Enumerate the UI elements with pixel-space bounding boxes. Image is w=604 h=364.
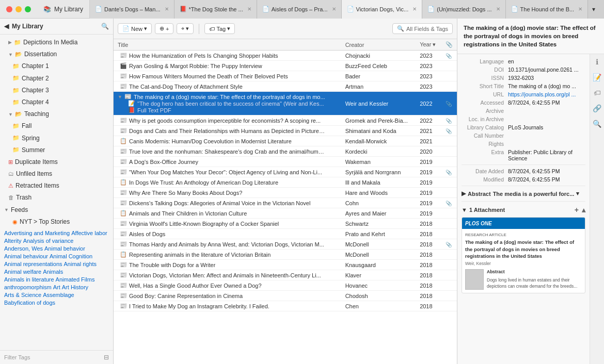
tag-tab-btn[interactable]: 🏷 (592, 87, 602, 98)
tab-close-victorian[interactable]: ✕ (412, 6, 417, 12)
year-cell: 2018 (416, 229, 441, 239)
tag-affective[interactable]: Affective labor (71, 230, 107, 236)
tab-close-hound[interactable]: ✕ (578, 6, 582, 12)
add-attachment-btn[interactable]: ⊕ + (155, 23, 173, 34)
tag-anderson[interactable]: Anderson, Wes (4, 245, 43, 252)
table-row[interactable]: 📰 Aisles of Dogs Prato and Kehrt2018 (114, 229, 457, 239)
table-row[interactable]: 📰 Well, Has a Single Good Author Ever Ow… (114, 280, 457, 291)
table-row[interactable]: 🎬 Ryan Gosling & Margot Robbie: The Pupp… (114, 61, 457, 71)
tag-art-history[interactable]: Art History (62, 284, 88, 290)
tabs-overflow-btn[interactable]: ▾ (588, 0, 599, 19)
table-row[interactable]: 📋 Canis Modernis: Human/Dog Coevolution … (114, 136, 457, 146)
locate-btn[interactable]: ⌖ ▾ (177, 23, 194, 34)
tab-hound[interactable]: 📄 The Hound of the B... ✕ (506, 0, 589, 19)
table-row[interactable]: 📰 The Cat-and-Dog Theory of Attachment S… (114, 81, 457, 92)
info-tab-btn[interactable]: ℹ (594, 56, 600, 68)
tag-babyfication[interactable]: Babyfication of dogs (4, 300, 55, 306)
table-row[interactable]: 📰 How the Humanization of Pets Is Changi… (114, 51, 457, 61)
abstract-header[interactable]: ▶ Abstract The media is a powerful forc.… (462, 190, 585, 197)
search-bar[interactable]: 🔍 All Fields & Tags (392, 23, 453, 34)
table-row[interactable]: 📰 I Tried to Make My Dog an Instagram Ce… (114, 301, 457, 311)
tag-arts-science[interactable]: Arts & Science (4, 292, 41, 298)
attachment-preview[interactable]: PLOS ONE RESEARCH ARTICLE The making of … (462, 217, 585, 293)
sidebar-item-retracted[interactable]: ⚠ Retracted Items (0, 180, 113, 192)
table-row[interactable]: 📰 Dogs and Cats and Their Relationships … (114, 126, 457, 136)
table-row[interactable]: 📰 Thomas Hardy and Animals by Anna West,… (114, 239, 457, 250)
tag-animal-behaviour[interactable]: Animal behaviour (4, 253, 48, 259)
sidebar-item-chapter2[interactable]: 📁 Chapter 2 (0, 73, 113, 85)
collapse-attachment-btn[interactable]: ▴ (582, 206, 585, 214)
tab-close-unmuzzled[interactable]: ✕ (496, 6, 500, 12)
sidebar-item-summer[interactable]: 📁 Summer (0, 144, 113, 156)
attach-cell (441, 81, 457, 92)
table-row[interactable]: 📋 Representing animals in the literature… (114, 250, 457, 260)
tag-animal-rights[interactable]: Animal rights (64, 261, 97, 267)
filter-icon[interactable]: ⊟ (104, 354, 109, 361)
tag-animals[interactable]: Animals (43, 269, 63, 275)
tag-btn[interactable]: 🏷 Tag ▾ (204, 23, 235, 34)
table-row[interactable]: 📋 In Dogs We Trust: An Anthology of Amer… (114, 177, 457, 188)
attach-cell: 📎 (441, 239, 457, 250)
tag-anthropo[interactable]: anthropomorphism (4, 284, 52, 290)
tag-animal-cognition[interactable]: Animal Cognition (50, 253, 92, 259)
table-row[interactable]: ▼ 📰 The making of a (dog) movie star: Th… (114, 92, 457, 115)
tab-close-aisles[interactable]: ✕ (332, 6, 336, 12)
table-row[interactable]: 📰 Good Boy: Canine Representation in Cin… (114, 291, 457, 301)
sidebar-item-chapter4[interactable]: 📁 Chapter 4 (0, 96, 113, 108)
sidebar-item-dissertation[interactable]: ▼ 📂 Dissertation (0, 48, 113, 60)
sidebar-item-spring[interactable]: 📁 Spring (0, 133, 113, 144)
info-url[interactable]: URL https://journals.plos.org/pl ... (457, 90, 590, 98)
add-attachment-btn[interactable]: + (575, 206, 579, 214)
tab-victorian[interactable]: 📄 Victorian Dogs, Vic... ✕ (342, 0, 423, 19)
tag-animated[interactable]: Animated Films (56, 276, 95, 283)
sidebar-item-nyt-top-stories[interactable]: ◉ NYT > Top Stories (0, 216, 113, 228)
close-button[interactable] (6, 6, 12, 12)
new-item-btn[interactable]: 📄 New ▾ (118, 23, 152, 34)
tag-advertising[interactable]: Advertising and Marketing (4, 230, 70, 236)
related-tab-btn[interactable]: 🔗 (591, 103, 603, 114)
table-row[interactable]: 📰 Why is pet goods consumption impercept… (114, 115, 457, 126)
tab-dog-stole[interactable]: 📕 *The Dog Stole the ... ✕ (174, 0, 257, 19)
table-row[interactable]: 📰 Why Are There So Many Books About Dogs… (114, 188, 457, 198)
sidebar-item-duplicate[interactable]: ⊞ Duplicate Items (0, 156, 113, 168)
tag-animals-in-lit[interactable]: Animals in literature (4, 276, 54, 283)
table-row[interactable]: 📰 How Famous Writers Mourned the Death o… (114, 71, 457, 81)
tag-alterity[interactable]: Alterity (4, 238, 22, 244)
filter-tags-input[interactable]: Filter Tags (4, 354, 104, 360)
tab-aisles[interactable]: 📄 Aisles of Dogs – Pra... ✕ (257, 0, 342, 19)
sidebar-item-chapter1[interactable]: 📁 Chapter 1 (0, 60, 113, 72)
table-row[interactable]: 📰 Dickens's Talking Dogs: Allegories of … (114, 198, 457, 208)
tag-animal-welfare[interactable]: Animal welfare (4, 269, 41, 275)
sidebar-item-unfiled[interactable]: 🗂 Unfiled Items (0, 168, 113, 180)
sidebar-item-teaching[interactable]: ▼ 📂 Teaching (0, 108, 113, 120)
table-row[interactable]: 📰 A Dog's Box-Office Journey Wakeman2019 (114, 157, 457, 167)
sidebar-item-trash[interactable]: 🗑 Trash (0, 192, 113, 204)
table-row[interactable]: 📰 The Trouble with Dogs for a Writer Kna… (114, 260, 457, 270)
sidebar-section-feeds[interactable]: ▼ Feeds (0, 204, 113, 216)
my-library-label[interactable]: ◀ My Library (4, 23, 43, 30)
sidebar-item-fall[interactable]: 📁 Fall (0, 120, 113, 132)
tag-art[interactable]: Art (53, 284, 60, 290)
sidebar-item-chapter3[interactable]: 📁 Chapter 3 (0, 85, 113, 96)
table-row[interactable]: 📋 Animals and Their Children in Victoria… (114, 208, 457, 219)
table-row[interactable]: 📰 "When Your Dog Matches Your Decor": Ob… (114, 167, 457, 177)
locate-tab-btn[interactable]: 🔍 (591, 118, 603, 129)
sidebar-search-btn[interactable]: 🔍 (101, 23, 109, 30)
sidebar-item-label: Summer (22, 145, 45, 155)
tag-assemblage[interactable]: Assemblage (43, 292, 74, 298)
tab-dante[interactable]: 📄 Dante's Dogs – Man... ✕ (90, 0, 174, 19)
maximize-button[interactable] (25, 6, 31, 12)
sidebar-item-depictions[interactable]: ▶ 📁 Depictions In Media (0, 37, 113, 48)
tab-unmuzzled[interactable]: 📄 (Un)muzzled: Dogs ... ✕ (422, 0, 505, 19)
tag-animal-representations[interactable]: Animal representations (4, 261, 62, 267)
minimize-button[interactable] (15, 6, 22, 12)
tag-animal-behavior[interactable]: Animal behavior (44, 245, 85, 252)
table-row[interactable]: 📰 True love and the nonhuman: Shakespear… (114, 146, 457, 157)
tab-close-dog-stole[interactable]: ✕ (247, 6, 251, 12)
table-row[interactable]: 📰 Victorian Dogs, Victorian Men: Affect … (114, 270, 457, 280)
tag-analysis[interactable]: Analysis of variance (23, 238, 74, 244)
note-tab-btn[interactable]: 📝 (591, 72, 603, 83)
tab-close-dante[interactable]: ✕ (165, 6, 169, 12)
table-row[interactable]: 📰 Virginia Woolf's Little-Known Biograph… (114, 219, 457, 229)
library-home-tab[interactable]: 📚 My Library (37, 0, 90, 18)
